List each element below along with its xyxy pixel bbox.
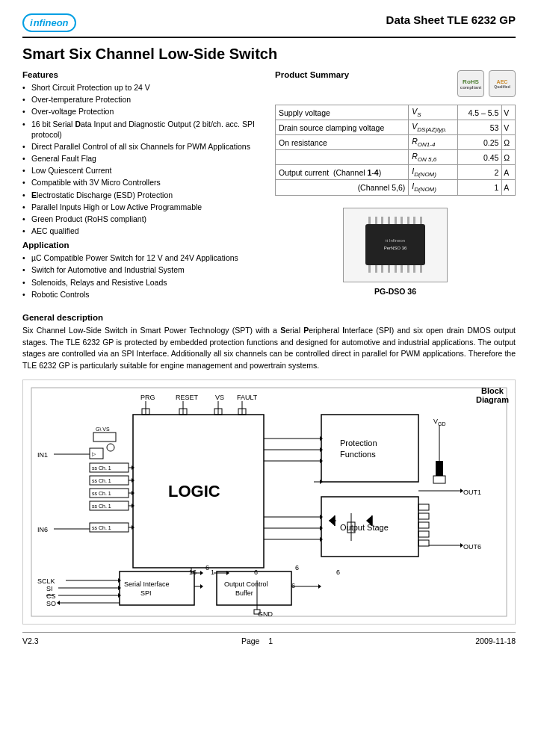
svg-text:IN6: IN6	[37, 526, 48, 533]
list-item: General Fault Flag	[22, 153, 263, 164]
general-description-section: General description Six Channel Low-Side…	[22, 313, 516, 372]
svg-text:6: 6	[254, 568, 258, 576]
page-footer: V2.3 Page 1 2009-11-18	[22, 632, 516, 645]
table-row: Output current (Channel 1-4) ID(NOM) 2 A	[276, 165, 516, 180]
table-row: RON 5,6 0.45 Ω	[276, 150, 516, 165]
table-cell-label: Supply voltage	[276, 105, 409, 120]
svg-rect-82	[418, 540, 429, 546]
list-item: Compatible with 3V Micro Controllers	[22, 177, 263, 188]
svg-text:G\ VS: G\ VS	[96, 427, 110, 432]
aec-badge: AEC Qualified	[489, 70, 516, 97]
svg-text:ss Ch. 1: ss Ch. 1	[92, 525, 111, 530]
block-diagram-svg: PRG RESET VS FAULT IN1 IN6 ▷ ss Ch. 1 ss…	[30, 386, 508, 618]
svg-marker-42	[200, 571, 203, 575]
table-cell-label: On resistance	[276, 135, 409, 150]
list-item: AEC qualified	[22, 226, 263, 236]
logic-label: LOGIC	[168, 482, 220, 501]
ic-package-image: tt Infineon PerNSO 36	[343, 208, 448, 282]
svg-rect-86	[120, 571, 194, 605]
svg-text:SO: SO	[46, 600, 56, 607]
rohs-badge: RoHS compliant	[457, 70, 484, 97]
table-cell-value: 1	[458, 180, 502, 195]
logo-i-letter: i	[30, 17, 33, 28]
table-cell-unit: V	[502, 120, 516, 135]
svg-text:OUT1: OUT1	[463, 489, 481, 496]
application-heading: Application	[22, 241, 263, 250]
list-item: Switch for Automotive and Industrial Sys…	[22, 264, 263, 275]
table-cell-symbol: VS	[409, 105, 458, 120]
table-cell-unit: V	[502, 105, 516, 120]
table-cell-value: 2	[458, 165, 502, 180]
table-row: (Channel 5,6) ID(NOM) 1 A	[276, 180, 516, 195]
list-item: Direct Parallel Control of all six Chann…	[22, 141, 263, 152]
svg-marker-89	[200, 584, 203, 589]
table-cell-symbol: VDS(AZ)typ.	[409, 120, 458, 135]
page-header: i nfineon Data Sheet TLE 6232 GP	[22, 13, 516, 38]
svg-text:▷: ▷	[92, 451, 96, 456]
list-item: Electrostatic Discharge (ESD) Protection	[22, 190, 263, 200]
svg-marker-108	[57, 601, 60, 605]
product-summary-table: Supply voltage VS 4.5 – 5.5 V Drain sour…	[275, 105, 516, 196]
features-list: Short Circuit Protection up to 24 V Over…	[22, 82, 263, 236]
product-summary-column: Product Summary RoHS compliant AEC Quali…	[275, 70, 516, 306]
footer-page: Page 1	[241, 636, 273, 645]
label-reset: RESET	[176, 394, 199, 401]
logo-area: i nfineon	[22, 13, 76, 32]
application-section: Application µC Compatible Power Switch f…	[22, 241, 263, 300]
footer-version: V2.3	[22, 636, 39, 645]
table-cell-value: 0.25	[458, 135, 502, 150]
svg-rect-78	[418, 504, 429, 510]
svg-rect-90	[217, 571, 291, 605]
table-cell-value: 53	[458, 120, 502, 135]
badges-row: RoHS compliant AEC Qualified	[457, 70, 516, 97]
label-prg: PRG	[140, 394, 155, 401]
table-cell-unit: Ω	[502, 150, 516, 165]
label-fault: FAULT	[237, 394, 258, 401]
svg-text:Buffer: Buffer	[235, 589, 253, 597]
list-item: Parallel Inputs High or Low Active Progr…	[22, 202, 263, 212]
list-item: 16 bit Serial Data Input and Diagnostic …	[22, 119, 263, 140]
svg-text:OUT6: OUT6	[463, 543, 481, 551]
table-row: Drain source clamping voltage VDS(AZ)typ…	[276, 120, 516, 135]
svg-text:SPI: SPI	[140, 589, 152, 597]
svg-text:16: 16	[189, 568, 197, 576]
svg-text:ss Ch. 1: ss Ch. 1	[92, 478, 111, 483]
table-cell-label: (Channel 5,6)	[276, 180, 409, 195]
svg-point-27	[107, 444, 114, 451]
table-cell-unit: Ω	[502, 135, 516, 150]
ic-chip-label: tt Infineon PerNSO 36	[384, 238, 407, 252]
logo-text: nfineon	[34, 17, 69, 28]
block-diagram-section: Block Diagram PRG RESET VS FAULT IN1 IN6…	[22, 379, 516, 625]
table-cell-symbol: RON 5,6	[409, 150, 458, 165]
list-item: Green Product (RoHS compliant)	[22, 214, 263, 224]
svg-rect-81	[418, 531, 429, 537]
ic-chip: tt Infineon PerNSO 36	[365, 224, 425, 265]
table-cell-unit: A	[502, 180, 516, 195]
list-item: Low Quiescent Current	[22, 165, 263, 176]
svg-rect-79	[418, 513, 429, 519]
svg-text:6: 6	[336, 568, 340, 576]
infineon-logo: i nfineon	[22, 13, 76, 32]
svg-text:ss Ch. 1: ss Ch. 1	[92, 504, 111, 509]
svg-text:ss Ch. 1: ss Ch. 1	[92, 465, 111, 471]
features-heading: Features	[22, 70, 263, 79]
top-section: Features Short Circuit Protection up to …	[22, 70, 516, 306]
table-cell-label: Output current (Channel 1-4)	[276, 165, 409, 180]
svg-rect-49	[321, 415, 418, 482]
list-item: Over-temperature Protection	[22, 94, 263, 105]
list-item: Short Circuit Protection up to 24 V	[22, 82, 263, 93]
table-cell-symbol: RON1-4	[409, 135, 458, 150]
svg-rect-73	[436, 461, 443, 476]
svg-text:IN1: IN1	[37, 451, 48, 459]
list-item: Robotic Controls	[22, 289, 263, 300]
protection-functions-label: Protection	[340, 439, 377, 447]
table-row: Supply voltage VS 4.5 – 5.5 V	[276, 105, 516, 120]
svg-text:6: 6	[205, 564, 209, 571]
svg-text:Functions: Functions	[340, 450, 376, 459]
table-cell-unit: A	[502, 165, 516, 180]
svg-text:SCLK: SCLK	[37, 577, 55, 585]
svg-rect-80	[418, 522, 429, 528]
datasheet-title: Data Sheet TLE 6232 GP	[386, 13, 516, 26]
general-description-heading: General description	[22, 313, 516, 322]
table-cell-label: Drain source clamping voltage	[276, 120, 409, 135]
